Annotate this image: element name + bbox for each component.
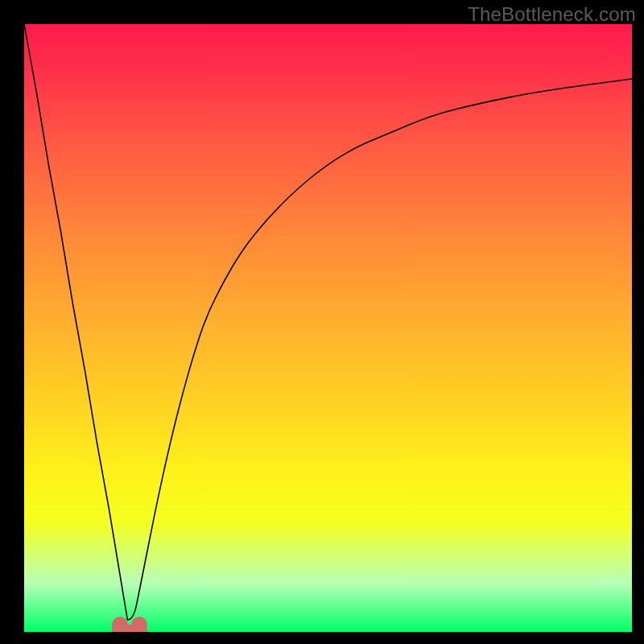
plot-area <box>24 24 632 632</box>
watermark-label: TheBottleneck.com <box>468 3 636 26</box>
curve-layer <box>24 24 632 632</box>
valley-marker-left <box>112 617 128 632</box>
valley-marker-right <box>131 617 147 632</box>
bottleneck-curve <box>24 24 632 620</box>
